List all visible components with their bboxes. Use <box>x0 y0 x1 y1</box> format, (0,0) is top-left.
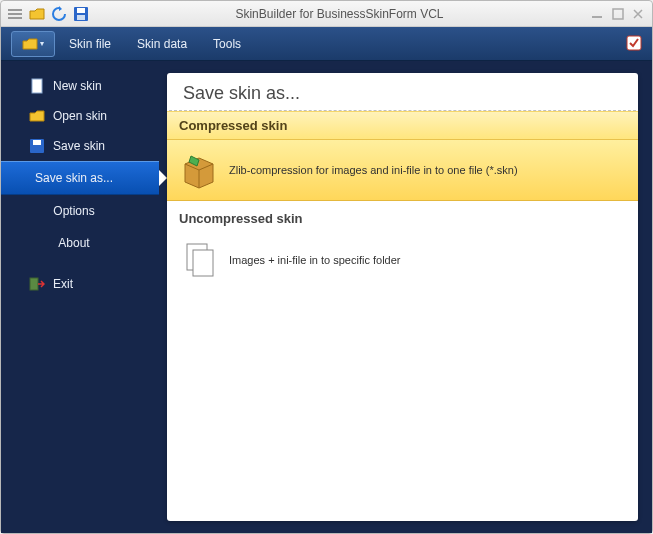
menu-bar: ▾ Skin file Skin data Tools <box>1 27 652 61</box>
title-bar: SkinBuilder for BusinessSkinForm VCL <box>1 1 652 27</box>
folder-open-icon[interactable] <box>29 6 45 22</box>
titlebar-right <box>590 6 646 22</box>
option-description: Images + ini-file in to specific folder <box>229 254 401 266</box>
chevron-down-icon: ▾ <box>40 39 44 48</box>
sidebar-item-label: Save skin <box>53 137 105 155</box>
option-description: Zlib-compression for images and ini-file… <box>229 164 518 176</box>
svg-rect-4 <box>77 8 85 13</box>
refresh-icon[interactable] <box>51 6 67 22</box>
folder-icon <box>22 37 38 51</box>
sidebar-item-label: Exit <box>53 275 73 293</box>
main-area: New skin Open skin Save skin Save skin a… <box>1 61 652 533</box>
sidebar-item-save-skin[interactable]: Save skin <box>1 131 159 161</box>
svg-rect-7 <box>613 9 623 19</box>
app-menu-dropdown: New skin Open skin Save skin Save skin a… <box>1 61 159 533</box>
folder-open-icon <box>29 108 45 124</box>
svg-rect-6 <box>592 16 602 18</box>
sidebar-item-label: Options <box>53 202 94 220</box>
menu-icon[interactable] <box>7 6 23 22</box>
sidebar-item-open-skin[interactable]: Open skin <box>1 101 159 131</box>
sidebar-item-label: New skin <box>53 77 102 95</box>
svg-rect-9 <box>32 79 42 93</box>
sidebar-item-exit[interactable]: Exit <box>1 269 159 299</box>
document-icon <box>29 78 45 94</box>
documents-icon <box>179 240 219 280</box>
content-panel: Save skin as... Compressed skin Zlib-com… <box>167 73 638 521</box>
close-icon[interactable] <box>630 6 646 22</box>
svg-rect-2 <box>8 17 22 19</box>
panel-title: Save skin as... <box>169 73 636 111</box>
option-compressed-skin[interactable]: Zlib-compression for images and ini-file… <box>167 140 638 201</box>
sidebar-item-label: Open skin <box>53 107 107 125</box>
sidebar-item-label: Save skin as... <box>35 169 113 187</box>
svg-rect-14 <box>193 250 213 276</box>
section-header-compressed: Compressed skin <box>167 111 638 140</box>
minimize-icon[interactable] <box>590 6 606 22</box>
svg-rect-12 <box>30 278 38 290</box>
box-icon <box>179 150 219 190</box>
save-disk-icon <box>29 138 45 154</box>
window-title: SkinBuilder for BusinessSkinForm VCL <box>89 7 590 21</box>
menu-skin-data[interactable]: Skin data <box>137 37 187 51</box>
svg-rect-0 <box>8 9 22 11</box>
menubar-right <box>626 35 642 53</box>
option-uncompressed-skin[interactable]: Images + ini-file in to specific folder <box>167 230 638 290</box>
app-menu-button[interactable]: ▾ <box>11 31 55 57</box>
sidebar-item-save-skin-as[interactable]: Save skin as... <box>1 161 159 195</box>
save-disk-icon[interactable] <box>73 6 89 22</box>
sidebar-item-label: About <box>58 234 89 252</box>
sidebar-item-about[interactable]: About <box>1 227 159 259</box>
svg-rect-11 <box>33 140 41 145</box>
app-window: SkinBuilder for BusinessSkinForm VCL ▾ S… <box>0 0 653 534</box>
exit-icon <box>29 276 45 292</box>
sidebar-item-options[interactable]: Options <box>1 195 159 227</box>
section-header-uncompressed: Uncompressed skin <box>167 201 638 230</box>
menu-tools[interactable]: Tools <box>213 37 241 51</box>
svg-rect-1 <box>8 13 22 15</box>
maximize-icon[interactable] <box>610 6 626 22</box>
titlebar-left <box>7 6 89 22</box>
menu-skin-file[interactable]: Skin file <box>69 37 111 51</box>
check-icon[interactable] <box>626 35 642 51</box>
sidebar-item-new-skin[interactable]: New skin <box>1 71 159 101</box>
svg-rect-5 <box>77 15 85 20</box>
